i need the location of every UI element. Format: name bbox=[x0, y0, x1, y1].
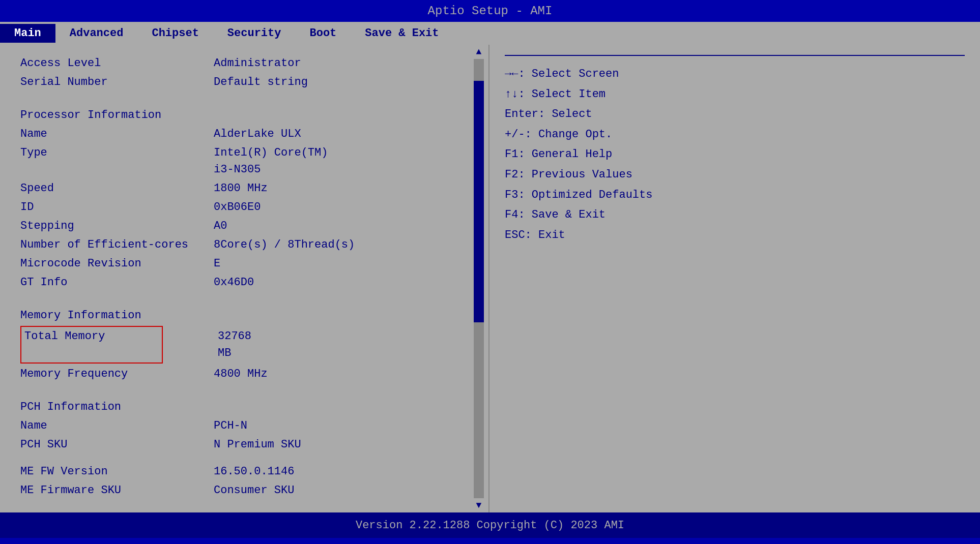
help-select-screen: →←: Select Screen bbox=[505, 64, 965, 84]
processor-stepping-value: A0 bbox=[214, 218, 227, 234]
processor-speed-label: Speed bbox=[20, 180, 214, 197]
total-memory-row-highlighted: Total Memory 32768 MB bbox=[20, 326, 163, 364]
serial-number-label: Serial Number bbox=[20, 74, 214, 90]
me-sku-label: ME Firmware SKU bbox=[20, 482, 214, 499]
menu-bar: Main Advanced Chipset Security Boot Save… bbox=[0, 22, 980, 45]
processor-name-value: AlderLake ULX bbox=[214, 126, 301, 142]
processor-type-label: Type bbox=[20, 144, 214, 178]
menu-item-main[interactable]: Main bbox=[0, 24, 55, 43]
help-previous-values: F2: Previous Values bbox=[505, 165, 965, 185]
processor-id-value: 0xB06E0 bbox=[214, 199, 261, 216]
menu-item-chipset[interactable]: Chipset bbox=[137, 24, 213, 43]
memory-freq-row: Memory Frequency 4800 MHz bbox=[20, 366, 468, 382]
total-memory-row: Total Memory 32768 MB bbox=[24, 328, 159, 361]
help-general-help: F1: General Help bbox=[505, 144, 965, 165]
processor-id-row: ID 0xB06E0 bbox=[20, 199, 468, 216]
gt-info-value: 0x46D0 bbox=[214, 274, 254, 291]
pch-name-label: Name bbox=[20, 417, 214, 434]
microcode-label: Microcode Revision bbox=[20, 255, 214, 272]
menu-item-security[interactable]: Security bbox=[213, 24, 296, 43]
footer-text: Version 2.22.1288 Copyright (C) 2023 AMI bbox=[356, 519, 624, 532]
help-esc-exit: ESC: Exit bbox=[505, 225, 965, 246]
pch-sku-label: PCH SKU bbox=[20, 436, 214, 453]
processor-type-line1: Intel(R) Core(TM) bbox=[214, 144, 328, 161]
processor-type-value: Intel(R) Core(TM) i3-N305 bbox=[214, 144, 328, 178]
help-select-item: ↑↓: Select Item bbox=[505, 84, 965, 105]
processor-speed-row: Speed 1800 MHz bbox=[20, 180, 468, 197]
scroll-up-arrow[interactable]: ▲ bbox=[476, 45, 482, 59]
microcode-row: Microcode Revision E bbox=[20, 255, 468, 272]
title-bar: Aptio Setup - AMI bbox=[0, 0, 980, 22]
processor-name-label: Name bbox=[20, 126, 214, 142]
footer: Version 2.22.1288 Copyright (C) 2023 AMI bbox=[0, 512, 980, 538]
total-memory-value: 32768 MB bbox=[218, 328, 251, 361]
memory-freq-label: Memory Frequency bbox=[20, 366, 214, 382]
processor-name-row: Name AlderLake ULX bbox=[20, 126, 468, 142]
me-fw-row: ME FW Version 16.50.0.1146 bbox=[20, 463, 468, 480]
microcode-value: E bbox=[214, 255, 220, 272]
processor-cores-value: 8Core(s) / 8Thread(s) bbox=[214, 236, 355, 253]
me-sku-row: ME Firmware SKU Consumer SKU bbox=[20, 482, 468, 499]
scrollbar[interactable]: ▲ ▼ bbox=[472, 45, 486, 512]
help-save-exit: F4: Save & Exit bbox=[505, 205, 965, 225]
processor-cores-row: Number of Efficient-cores 8Core(s) / 8Th… bbox=[20, 236, 468, 253]
me-fw-value: 16.50.0.1146 bbox=[214, 463, 294, 480]
processor-speed-value: 1800 MHz bbox=[214, 180, 268, 197]
pch-name-value: PCH-N bbox=[214, 417, 247, 434]
processor-section-title: Processor Information bbox=[20, 109, 468, 122]
serial-number-row: Serial Number Default string bbox=[20, 74, 468, 90]
memory-section-title: Memory Information bbox=[20, 309, 468, 322]
scroll-thumb[interactable] bbox=[474, 81, 484, 322]
processor-stepping-label: Stepping bbox=[20, 218, 214, 234]
main-content: Access Level Administrator Serial Number… bbox=[0, 45, 980, 512]
scroll-track bbox=[474, 59, 484, 498]
scroll-down-arrow[interactable]: ▼ bbox=[476, 498, 482, 512]
access-level-row: Access Level Administrator bbox=[20, 55, 468, 72]
pch-section-title: PCH Information bbox=[20, 401, 468, 413]
processor-cores-label: Number of Efficient-cores bbox=[20, 236, 214, 253]
access-level-value: Administrator bbox=[214, 55, 301, 72]
processor-type-row: Type Intel(R) Core(TM) i3-N305 bbox=[20, 144, 468, 178]
pch-sku-row: PCH SKU N Premium SKU bbox=[20, 436, 468, 453]
processor-id-label: ID bbox=[20, 199, 214, 216]
app-title: Aptio Setup - AMI bbox=[428, 4, 553, 18]
help-enter-select: Enter: Select bbox=[505, 104, 965, 125]
menu-item-save-exit[interactable]: Save & Exit bbox=[351, 24, 453, 43]
gt-info-label: GT Info bbox=[20, 274, 214, 291]
help-optimized-defaults: F3: Optimized Defaults bbox=[505, 185, 965, 205]
memory-freq-value: 4800 MHz bbox=[214, 366, 268, 382]
pch-sku-value: N Premium SKU bbox=[214, 436, 301, 453]
processor-stepping-row: Stepping A0 bbox=[20, 218, 468, 234]
serial-number-value: Default string bbox=[214, 74, 308, 90]
access-level-label: Access Level bbox=[20, 55, 214, 72]
menu-item-advanced[interactable]: Advanced bbox=[55, 24, 138, 43]
help-change-opt: +/-: Change Opt. bbox=[505, 125, 965, 145]
menu-item-boot[interactable]: Boot bbox=[295, 24, 351, 43]
right-panel: →←: Select Screen ↑↓: Select Item Enter:… bbox=[488, 45, 980, 512]
left-panel: Access Level Administrator Serial Number… bbox=[0, 45, 488, 512]
me-fw-label: ME FW Version bbox=[20, 463, 214, 480]
gt-info-row: GT Info 0x46D0 bbox=[20, 274, 468, 291]
total-memory-label: Total Memory bbox=[24, 328, 218, 361]
processor-type-line2: i3-N305 bbox=[214, 161, 328, 178]
me-sku-value: Consumer SKU bbox=[214, 482, 294, 499]
help-divider bbox=[505, 55, 965, 56]
pch-name-row: Name PCH-N bbox=[20, 417, 468, 434]
